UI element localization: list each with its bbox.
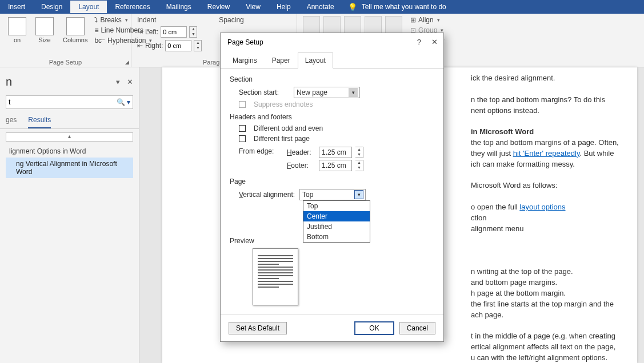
dialog-tab-paper[interactable]: Paper	[265, 53, 298, 68]
columns-button[interactable]: Columns	[61, 16, 90, 45]
tab-help[interactable]: Help	[269, 1, 299, 13]
orientation-button-trunc[interactable]: on	[6, 16, 29, 45]
dialog-tabs: Margins Paper Layout	[221, 52, 443, 68]
nav-close-icon[interactable]: ✕	[127, 78, 133, 86]
indent-right-icon: ⇤	[137, 42, 143, 50]
footer-distance-input[interactable]: 1.25 cm	[319, 160, 352, 171]
align-menu[interactable]: ⊞Align	[410, 16, 445, 24]
footer-distance-spinner[interactable]: ▲▼	[355, 160, 363, 171]
doc-line: alignment menu	[471, 224, 626, 235]
dialog-tab-layout[interactable]: Layout	[298, 53, 333, 68]
nav-search-input[interactable]	[9, 98, 117, 106]
bulb-icon: 💡	[348, 3, 357, 11]
header-distance-input[interactable]: 1.25 cm	[319, 147, 352, 158]
doc-line: ction	[471, 213, 626, 224]
valign-option-justified[interactable]: Justified	[303, 221, 370, 232]
header-label: Header:	[287, 148, 315, 156]
doc-line: the top and bottom margins of a page. Of…	[471, 138, 626, 148]
doc-line: and bottom page margins.	[471, 277, 626, 288]
tab-view[interactable]: View	[238, 1, 269, 13]
doc-line: t in the middle of a page (e.g. when cre…	[471, 331, 626, 342]
set-default-button[interactable]: Set As Default	[229, 322, 287, 334]
tab-layout[interactable]: Layout	[70, 1, 107, 13]
doc-link-enter[interactable]: hit 'Enter' repeatedly	[513, 149, 580, 158]
spacing-header: Spacing	[219, 16, 243, 24]
valign-option-center[interactable]: Center	[303, 211, 370, 221]
diff-odd-even-label: Different odd and even	[254, 124, 323, 132]
doc-line: u can with the left/right alignment opti…	[471, 353, 626, 363]
size-label: Size	[38, 37, 50, 43]
line-numbers-icon: ≡	[94, 26, 98, 34]
wrap-text-icon[interactable]	[323, 16, 341, 33]
doc-heading: in Microsoft Word	[471, 127, 626, 138]
search-icon[interactable]: 🔍 ▾	[117, 98, 130, 106]
indent-left-spinner[interactable]: ▲▼	[189, 26, 197, 38]
doc-link-layout[interactable]: layout options	[519, 203, 565, 211]
tab-references[interactable]: References	[107, 1, 158, 13]
tab-mailings[interactable]: Mailings	[158, 1, 199, 13]
section-start-select[interactable]: New page ▾	[294, 87, 360, 98]
size-button[interactable]: Size	[33, 16, 56, 45]
indent-right-spinner[interactable]: ▲▼	[194, 40, 202, 51]
nav-item-1[interactable]: lignment Options in Word	[6, 145, 133, 158]
selection-pane-icon[interactable]	[385, 16, 402, 33]
doc-line: h page at the bottom margin.	[471, 288, 626, 299]
diff-first-page-label: Different first page	[254, 135, 310, 143]
page-setup-group-label: Page Setup	[6, 58, 125, 66]
tab-design[interactable]: Design	[33, 1, 70, 13]
doc-line: ertical alignment affects all text on th…	[471, 342, 626, 353]
footer-label: Footer:	[287, 162, 315, 170]
dialog-close-icon[interactable]: ✕	[431, 38, 438, 46]
indent-left-input[interactable]	[161, 26, 187, 38]
tab-review[interactable]: Review	[199, 1, 238, 13]
nav-dropdown-icon[interactable]: ▾	[116, 78, 120, 86]
breaks-label: Breaks	[100, 16, 121, 24]
section-start-label: Section start:	[239, 88, 289, 96]
cancel-button[interactable]: Cancel	[399, 322, 435, 334]
indent-right-label: Right:	[145, 42, 163, 50]
nav-tab-pages[interactable]: ges	[6, 116, 17, 128]
from-edge-label: From edge:	[239, 145, 287, 155]
tab-insert[interactable]: Insert	[0, 1, 33, 13]
indent-header: Indent	[137, 16, 202, 24]
ribbon-tabs: Insert Design Layout References Mailings…	[0, 0, 644, 14]
header-distance-spinner[interactable]: ▲▼	[355, 147, 363, 158]
doc-line: o open the full layout options	[471, 202, 626, 213]
dialog-body: Section Section start: New page ▾ Suppre…	[221, 68, 443, 312]
page-setup-dialog-launcher[interactable]: ◢	[125, 59, 129, 65]
ok-button[interactable]: OK	[355, 322, 393, 334]
dialog-help-icon[interactable]: ?	[417, 38, 421, 46]
section-start-value: New page	[297, 88, 327, 96]
nav-search[interactable]: 🔍 ▾	[6, 95, 133, 109]
suppress-endnotes-checkbox	[239, 101, 246, 108]
tell-me-label: Tell me what you want to do	[362, 3, 446, 11]
send-backward-icon[interactable]	[365, 16, 382, 33]
dialog-title: Page Setup	[227, 38, 263, 46]
valign-label: Vertical alignment:	[239, 191, 295, 199]
dialog-tab-margins[interactable]: Margins	[225, 53, 265, 68]
tell-me-search[interactable]: 💡 Tell me what you want to do	[348, 3, 446, 11]
tab-annotate[interactable]: Annotate	[299, 1, 342, 13]
bring-forward-icon[interactable]	[344, 16, 361, 33]
valign-option-bottom[interactable]: Bottom	[303, 232, 370, 242]
diff-odd-even-checkbox[interactable]	[239, 125, 246, 132]
nav-item-2[interactable]: ng Vertical Alignment in Microsoft Word	[6, 158, 133, 178]
doc-line: ick the desired alignment.	[471, 73, 626, 84]
nav-tab-results[interactable]: Results	[28, 116, 51, 128]
doc-line: ach page.	[471, 310, 626, 321]
position-icon[interactable]	[303, 16, 320, 33]
navigation-pane: n ▾ ✕ 🔍 ▾ ges Results ▴ lignment Options…	[0, 67, 139, 363]
indent-left-label: Left:	[145, 28, 158, 36]
columns-icon	[66, 17, 85, 35]
indent-right-input[interactable]	[165, 40, 191, 51]
doc-line: the first line starts at the top margin …	[471, 299, 626, 310]
diff-first-page-checkbox[interactable]	[239, 135, 246, 142]
valign-select[interactable]: Top ▾	[299, 189, 366, 200]
valign-option-top[interactable]: Top	[303, 201, 370, 211]
page-setup-dialog: Page Setup ? ✕ Margins Paper Layout Sect…	[220, 33, 444, 342]
footer-distance-value: 1.25 cm	[322, 162, 346, 170]
orientation-icon	[8, 17, 26, 35]
nav-tabs: ges Results	[0, 112, 139, 129]
suppress-endnotes-label: Suppress endnotes	[254, 100, 313, 108]
nav-collapse[interactable]: ▴	[6, 132, 133, 142]
